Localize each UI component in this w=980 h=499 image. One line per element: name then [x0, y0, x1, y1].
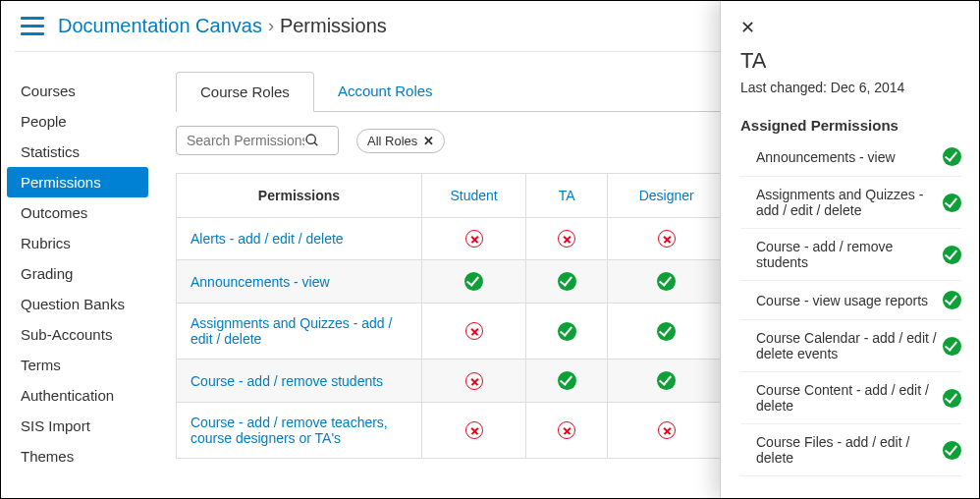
tab-course-roles[interactable]: Course Roles: [176, 72, 314, 112]
panel-last-changed: Last changed: Dec 6, 2014: [740, 80, 961, 95]
sidebar-item-courses[interactable]: Courses: [1, 76, 160, 106]
deny-icon[interactable]: [558, 230, 575, 248]
sidebar-item-rubrics[interactable]: Rubrics: [1, 228, 160, 258]
deny-icon[interactable]: [465, 372, 483, 390]
permission-link[interactable]: Course - add / remove students: [191, 373, 383, 389]
deny-icon[interactable]: [658, 230, 676, 248]
permissions-table: Permissions Student TA Designer Alerts -…: [176, 173, 726, 459]
allow-icon[interactable]: [657, 272, 676, 291]
permission-link[interactable]: Alerts - add / edit / delete: [191, 231, 344, 247]
panel-title: TA: [740, 48, 961, 74]
assigned-permission-row[interactable]: Course Files - add / edit / delete: [740, 424, 961, 476]
allow-icon[interactable]: [657, 322, 676, 341]
assigned-permission-label: Course Calendar - add / edit / delete ev…: [756, 330, 943, 361]
allow-icon[interactable]: [558, 322, 576, 341]
sidebar-item-permissions[interactable]: Permissions: [7, 167, 148, 197]
column-header-designer[interactable]: Designer: [608, 174, 726, 218]
assigned-permission-label: Course - view usage reports: [756, 293, 943, 308]
sidebar-item-statistics[interactable]: Statistics: [1, 137, 160, 167]
column-header-student[interactable]: Student: [422, 174, 526, 218]
allow-icon: [943, 147, 961, 166]
tab-account-roles[interactable]: Account Roles: [314, 72, 457, 111]
allow-icon[interactable]: [558, 371, 576, 390]
search-input[interactable]: [187, 133, 304, 148]
assigned-permission-label: Course - add / remove students: [756, 239, 943, 270]
search-permissions[interactable]: [176, 126, 339, 155]
role-filter-pill[interactable]: All Roles ✕: [356, 129, 445, 153]
allow-icon: [943, 441, 961, 460]
assigned-permission-row[interactable]: Course - view usage reports: [740, 281, 961, 320]
allow-icon: [943, 194, 961, 212]
close-panel-button[interactable]: ✕: [740, 17, 961, 38]
sidebar: Courses People Statistics Permissions Ou…: [1, 52, 160, 492]
allow-icon: [943, 389, 961, 408]
breadcrumb-current: Permissions: [280, 15, 387, 37]
breadcrumb-separator: ›: [268, 16, 274, 36]
allow-icon: [943, 337, 961, 356]
allow-icon[interactable]: [558, 272, 576, 291]
svg-point-0: [306, 135, 315, 143]
column-header-ta[interactable]: TA: [526, 174, 608, 218]
sidebar-item-themes[interactable]: Themes: [1, 441, 160, 471]
sidebar-item-people[interactable]: People: [1, 106, 160, 137]
assigned-permission-row[interactable]: Course Calendar - add / edit / delete ev…: [740, 320, 961, 372]
assigned-permission-label: Assignments and Quizzes - add / edit / d…: [756, 187, 943, 218]
sidebar-item-question-banks[interactable]: Question Banks: [1, 289, 160, 319]
allow-icon: [943, 246, 961, 264]
details-panel: ✕ TA Last changed: Dec 6, 2014 Assigned …: [720, 1, 979, 498]
svg-line-1: [314, 142, 317, 145]
sidebar-item-authentication[interactable]: Authentication: [1, 380, 160, 411]
close-icon[interactable]: ✕: [423, 134, 434, 148]
assigned-permission-label: Announcements - view: [756, 149, 943, 165]
role-filter-label: All Roles: [367, 134, 417, 148]
allow-icon: [943, 291, 961, 309]
column-header-permissions: Permissions: [177, 174, 422, 218]
sidebar-item-outcomes[interactable]: Outcomes: [1, 197, 160, 228]
permission-link[interactable]: Assignments and Quizzes - add / edit / d…: [191, 315, 392, 347]
deny-icon[interactable]: [558, 421, 575, 439]
deny-icon[interactable]: [465, 421, 483, 439]
deny-icon[interactable]: [465, 322, 483, 340]
hamburger-menu[interactable]: [21, 17, 44, 35]
assigned-permission-label: Course Content - add / edit / delete: [756, 382, 943, 414]
allow-icon[interactable]: [464, 272, 483, 291]
assigned-permission-row[interactable]: Course Content - add / edit / delete: [740, 372, 961, 424]
permission-link[interactable]: Course - add / remove teachers, course d…: [191, 415, 388, 446]
assigned-permission-label: Course Files - add / edit / delete: [756, 434, 943, 466]
breadcrumb-root[interactable]: Documentation Canvas: [58, 15, 262, 37]
deny-icon[interactable]: [658, 421, 676, 439]
allow-icon[interactable]: [657, 371, 676, 390]
assigned-permission-row[interactable]: Course - add / remove students: [740, 229, 961, 281]
sidebar-item-terms[interactable]: Terms: [1, 350, 160, 380]
deny-icon[interactable]: [465, 230, 483, 248]
search-icon: [304, 133, 320, 148]
assigned-permission-row[interactable]: Assignments and Quizzes - add / edit / d…: [740, 177, 961, 229]
sidebar-item-sis-import[interactable]: SIS Import: [1, 411, 160, 441]
panel-section-heading: Assigned Permissions: [740, 117, 961, 134]
assigned-permission-row[interactable]: Announcements - view: [740, 138, 961, 177]
sidebar-item-grading[interactable]: Grading: [1, 258, 160, 289]
sidebar-item-sub-accounts[interactable]: Sub-Accounts: [1, 319, 160, 350]
permission-link[interactable]: Announcements - view: [191, 274, 330, 290]
